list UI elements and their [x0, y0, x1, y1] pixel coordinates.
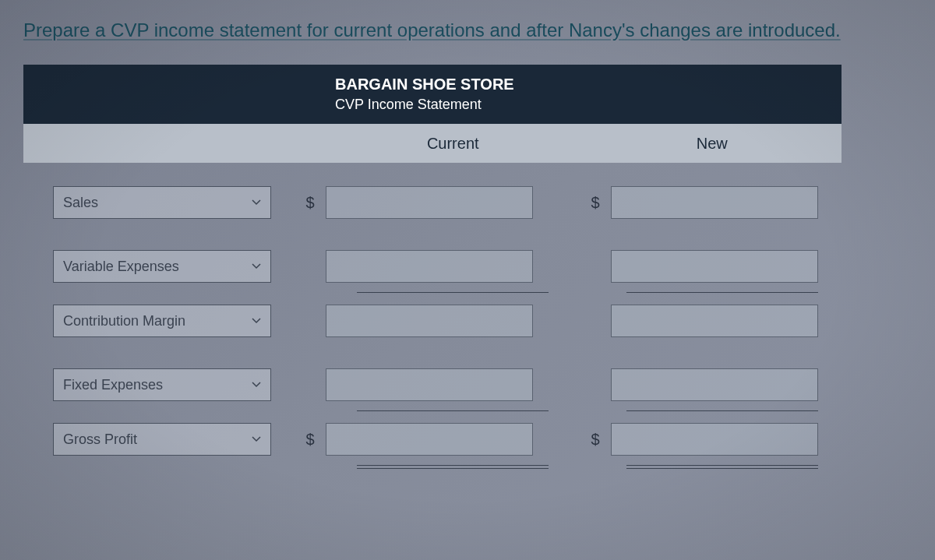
currency-symbol: $	[295, 431, 326, 449]
new-value-input[interactable]	[611, 250, 818, 283]
dropdown-label: Variable Expenses	[63, 259, 179, 275]
dropdown-label: Contribution Margin	[63, 313, 185, 329]
company-name: BARGAIN SHOE STORE	[335, 76, 842, 93]
line-item-dropdown[interactable]: Contribution Margin	[53, 305, 271, 337]
dropdown-label: Fixed Expenses	[63, 377, 163, 393]
new-value-input[interactable]	[611, 368, 818, 401]
data-row: Gross Profit$$	[23, 423, 842, 456]
total-double-line	[23, 465, 842, 469]
data-row: Contribution Margin$$	[23, 305, 842, 337]
data-row: Fixed Expenses$$	[23, 368, 842, 401]
current-value-input[interactable]	[326, 305, 533, 337]
new-value-input[interactable]	[611, 305, 818, 337]
subtotal-line	[23, 410, 842, 411]
data-row: Sales$$	[23, 186, 842, 219]
new-value-input[interactable]	[611, 186, 818, 219]
line-item-dropdown[interactable]: Sales	[53, 186, 271, 219]
line-item-dropdown[interactable]: Variable Expenses	[53, 250, 271, 283]
currency-symbol: $	[295, 194, 326, 212]
currency-symbol: $	[580, 431, 611, 449]
data-row: Variable Expenses$$	[23, 250, 842, 283]
chevron-down-icon	[252, 382, 261, 388]
dropdown-label: Sales	[63, 195, 98, 211]
column-headers: Current New	[23, 124, 842, 163]
statement-title: CVP Income Statement	[335, 97, 842, 113]
column-header-current: Current	[323, 135, 583, 153]
chevron-down-icon	[252, 263, 261, 269]
new-value-input[interactable]	[611, 423, 818, 456]
currency-symbol: $	[580, 194, 611, 212]
column-header-new: New	[583, 135, 842, 153]
line-item-dropdown[interactable]: Gross Profit	[53, 423, 271, 456]
statement-header: BARGAIN SHOE STORE CVP Income Statement	[23, 65, 842, 124]
instruction-text: Prepare a CVP income statement for curre…	[23, 19, 912, 41]
current-value-input[interactable]	[326, 423, 533, 456]
current-value-input[interactable]	[326, 250, 533, 283]
data-area: Sales$$Variable Expenses$$Contribution M…	[23, 163, 842, 469]
chevron-down-icon	[252, 199, 261, 206]
dropdown-label: Gross Profit	[63, 431, 137, 448]
chevron-down-icon	[252, 436, 261, 442]
chevron-down-icon	[252, 318, 261, 324]
line-item-dropdown[interactable]: Fixed Expenses	[53, 368, 271, 401]
current-value-input[interactable]	[326, 368, 533, 401]
statement-container: BARGAIN SHOE STORE CVP Income Statement …	[23, 65, 842, 469]
current-value-input[interactable]	[326, 186, 533, 219]
subtotal-line	[23, 292, 842, 293]
